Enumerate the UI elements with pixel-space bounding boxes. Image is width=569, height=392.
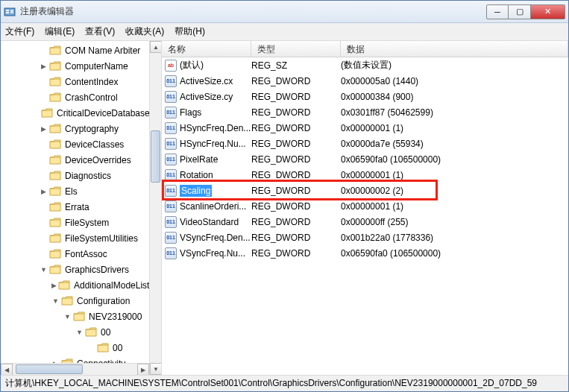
- tree[interactable]: COM Name Arbiter▶ComputerNameContentInde…: [1, 41, 149, 363]
- menu-favorites[interactable]: 收藏夹(A): [125, 25, 164, 38]
- value-row[interactable]: 011ActiveSize.cyREG_DWORD0x00000384 (900…: [162, 89, 568, 104]
- expand-icon[interactable]: ▶: [40, 187, 48, 195]
- value-row[interactable]: ab(默认)REG_SZ(数值未设置): [162, 57, 568, 73]
- tree-item[interactable]: ▶Connectivity: [1, 355, 149, 363]
- menu-file[interactable]: 文件(F): [5, 25, 34, 38]
- content-area: COM Name Arbiter▶ComputerNameContentInde…: [1, 41, 568, 375]
- value-name: VideoStandard: [180, 217, 239, 227]
- column-name[interactable]: 名称: [162, 41, 251, 57]
- value-row[interactable]: 011PixelRateREG_DWORD0x06590fa0 (1065000…: [162, 151, 568, 167]
- tree-item-label: FileSystem: [63, 218, 109, 228]
- folder-icon: [49, 45, 61, 56]
- folder-icon: [58, 280, 70, 291]
- menubar: 文件(F) 编辑(E) 查看(V) 收藏夹(A) 帮助(H): [1, 23, 568, 41]
- tree-item[interactable]: COM Name Arbiter: [1, 42, 149, 58]
- column-data[interactable]: 数据: [341, 41, 568, 57]
- scroll-up-button[interactable]: ▲: [150, 41, 162, 53]
- no-expander: [87, 344, 95, 352]
- tree-item-label: Diagnostics: [63, 171, 111, 181]
- folder-icon: [73, 312, 85, 322]
- value-data: 0x00000001 (1): [341, 123, 568, 133]
- tree-item[interactable]: ▼Configuration: [1, 293, 149, 309]
- no-expander: [40, 140, 48, 148]
- value-name: PixelRate: [180, 154, 218, 165]
- value-name: Scaling: [180, 185, 212, 197]
- scroll-thumb-horizontal[interactable]: [16, 364, 83, 374]
- expand-icon[interactable]: ▶: [40, 62, 48, 70]
- dword-value-icon: 011: [165, 107, 177, 118]
- collapse-icon[interactable]: ▼: [63, 312, 72, 320]
- dword-value-icon: 011: [165, 232, 177, 244]
- scroll-left-button[interactable]: ◀: [1, 364, 13, 375]
- tree-item-label: Errata: [63, 202, 89, 212]
- dword-value-icon: 011: [165, 216, 177, 228]
- value-row[interactable]: 011ActiveSize.cxREG_DWORD0x000005a0 (144…: [162, 73, 568, 89]
- value-type: REG_DWORD: [251, 123, 341, 133]
- value-type: REG_DWORD: [251, 248, 341, 259]
- folder-icon: [97, 343, 109, 353]
- dword-value-icon: 011: [165, 169, 177, 181]
- value-name: ActiveSize.cy: [180, 92, 233, 102]
- menu-edit[interactable]: 编辑(E): [45, 25, 75, 38]
- tree-item[interactable]: ▶Cryptography: [1, 121, 149, 136]
- value-row[interactable]: 011ScalingREG_DWORD0x00000002 (2): [162, 183, 568, 198]
- tree-item[interactable]: Diagnostics: [1, 168, 149, 183]
- folder-icon: [49, 92, 61, 103]
- dword-value-icon: 011: [165, 185, 177, 197]
- collapse-icon[interactable]: ▼: [40, 265, 48, 274]
- tree-scrollbar-vertical[interactable]: ▲ ▼: [149, 41, 161, 375]
- collapse-icon[interactable]: ▼: [75, 328, 84, 336]
- menu-view[interactable]: 查看(V): [85, 25, 115, 38]
- tree-item[interactable]: Errata: [1, 199, 149, 215]
- column-type[interactable]: 类型: [251, 41, 341, 57]
- close-button[interactable]: ✕: [531, 4, 565, 19]
- value-data: 0x00000384 (900): [341, 92, 568, 102]
- value-row[interactable]: 011HSyncFreq.Den...REG_DWORD0x00000001 (…: [162, 120, 568, 136]
- value-list[interactable]: ab(默认)REG_SZ(数值未设置)011ActiveSize.cxREG_D…: [162, 57, 568, 261]
- value-type: REG_DWORD: [251, 217, 341, 227]
- value-row[interactable]: 011VSyncFreq.Den...REG_DWORD0x001b22a0 (…: [162, 230, 568, 245]
- folder-icon: [49, 249, 61, 259]
- folder-icon: [49, 186, 61, 197]
- minimize-button[interactable]: ─: [486, 4, 509, 19]
- tree-item[interactable]: ▶ComputerName: [1, 58, 149, 74]
- value-row[interactable]: 011VSyncFreq.Nu...REG_DWORD0x06590fa0 (1…: [162, 245, 568, 261]
- tree-item-label: Els: [63, 186, 78, 197]
- tree-item[interactable]: ▼NEV2319000: [1, 309, 149, 324]
- tree-item[interactable]: CriticalDeviceDatabase: [1, 105, 149, 121]
- expand-icon[interactable]: ▶: [40, 124, 48, 133]
- folder-icon: [49, 155, 61, 165]
- tree-item-label: Configuration: [75, 296, 130, 306]
- tree-item[interactable]: CrashControl: [1, 89, 149, 105]
- menu-help[interactable]: 帮助(H): [175, 25, 205, 38]
- value-row[interactable]: 011VideoStandardREG_DWORD0x000000ff (255…: [162, 214, 568, 230]
- tree-item[interactable]: ▶Els: [1, 183, 149, 199]
- value-row[interactable]: 011HSyncFreq.Nu...REG_DWORD0x0000da7e (5…: [162, 136, 568, 151]
- tree-item[interactable]: 00: [1, 340, 149, 355]
- tree-item[interactable]: ContentIndex: [1, 74, 149, 89]
- value-name: (默认): [180, 59, 204, 72]
- value-row[interactable]: 011FlagsREG_DWORD0x0301ff87 (50462599): [162, 104, 568, 120]
- tree-item[interactable]: DeviceClasses: [1, 136, 149, 152]
- scroll-thumb-vertical[interactable]: [151, 130, 160, 183]
- maximize-button[interactable]: ▢: [509, 4, 531, 19]
- expand-icon[interactable]: ▶: [51, 281, 57, 289]
- tree-item[interactable]: ▼GraphicsDrivers: [1, 262, 149, 277]
- folder-icon: [49, 233, 61, 244]
- string-value-icon: ab: [165, 60, 177, 72]
- titlebar[interactable]: 注册表编辑器 ─ ▢ ✕: [1, 1, 568, 23]
- tree-item[interactable]: DeviceOverrides: [1, 152, 149, 168]
- tree-item[interactable]: ▼00: [1, 324, 149, 340]
- dword-value-icon: 011: [165, 138, 177, 150]
- collapse-icon[interactable]: ▼: [51, 297, 60, 305]
- no-expander: [40, 78, 48, 86]
- scroll-down-button[interactable]: ▼: [150, 363, 162, 375]
- scroll-right-button[interactable]: ▶: [137, 364, 149, 375]
- value-row[interactable]: 011RotationREG_DWORD0x00000001 (1): [162, 167, 568, 183]
- tree-scrollbar-horizontal[interactable]: ◀ ▶: [1, 363, 149, 375]
- tree-item[interactable]: FileSystem: [1, 215, 149, 230]
- tree-item[interactable]: ▶AdditionalModeLists: [1, 277, 149, 293]
- tree-item[interactable]: FontAssoc: [1, 246, 149, 262]
- value-row[interactable]: 011ScanlineOrderi...REG_DWORD0x00000001 …: [162, 198, 568, 214]
- tree-item[interactable]: FileSystemUtilities: [1, 230, 149, 246]
